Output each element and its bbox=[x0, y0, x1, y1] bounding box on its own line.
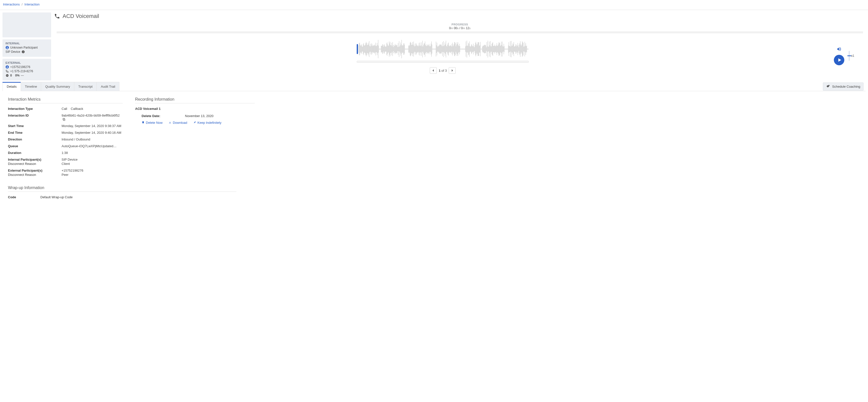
interaction-metrics-title: Interaction Metrics bbox=[8, 97, 123, 103]
delete-now-label: Delete Now bbox=[146, 121, 162, 125]
metrics-id-value: 9ab46b61-4a2d-420b-bb59-8efff9cb6f52 bbox=[62, 113, 120, 117]
person-icon bbox=[5, 46, 9, 49]
tab-audit-trail[interactable]: Audit Trail bbox=[96, 82, 119, 91]
metrics-end-label: End Time bbox=[8, 131, 62, 134]
trash-icon bbox=[142, 121, 145, 125]
keep-label: Keep Indefinitely bbox=[197, 121, 221, 125]
pagination: 1 of 3 bbox=[430, 67, 456, 74]
metrics-external-label: External Participant(s) bbox=[8, 169, 42, 172]
internal-device-text: SIP Device bbox=[5, 50, 20, 54]
tabs: Details Timeline Quality Summary Transcr… bbox=[2, 82, 119, 91]
metrics-duration-label: Duration bbox=[8, 151, 62, 155]
delete-now-button[interactable]: Delete Now bbox=[142, 121, 162, 125]
metrics-type-value: Call Callback bbox=[62, 107, 83, 110]
recording-delete-value: November 13, 2020 bbox=[185, 114, 213, 118]
metrics-internal-value: SIP Device bbox=[62, 158, 78, 161]
phone-handset-icon bbox=[5, 69, 9, 73]
volume-icon[interactable] bbox=[837, 46, 842, 52]
recording-name: ACD Voicemail 1 bbox=[135, 107, 255, 110]
speed-slider-knob[interactable] bbox=[847, 56, 851, 56]
pager-of: of bbox=[441, 69, 444, 72]
svg-point-351 bbox=[829, 85, 829, 85]
metrics-start-value: Monday, September 14, 2020 9:38:37 AM bbox=[62, 124, 121, 128]
keep-indefinitely-button[interactable]: Keep Indefinitely bbox=[193, 121, 221, 125]
metrics-internal-sublabel: Disconnect Reason bbox=[8, 162, 62, 166]
download-label: Download bbox=[173, 121, 187, 125]
info-icon[interactable] bbox=[22, 50, 25, 54]
download-icon bbox=[168, 121, 172, 125]
progress-bar[interactable] bbox=[57, 31, 863, 33]
tab-quality-summary[interactable]: Quality Summary bbox=[41, 82, 74, 91]
download-button[interactable]: Download bbox=[168, 121, 187, 125]
metrics-external-sublabel: Disconnect Reason bbox=[8, 173, 62, 177]
svg-rect-8 bbox=[6, 75, 8, 75]
phone-icon bbox=[54, 13, 60, 19]
metrics-internal-label: Internal Participant(s) bbox=[8, 158, 41, 161]
play-button[interactable] bbox=[834, 55, 844, 65]
metrics-direction-label: Direction bbox=[8, 137, 62, 141]
page-title-row: ACD Voicemail bbox=[54, 12, 866, 22]
svg-point-354 bbox=[828, 86, 828, 87]
pager-next-button[interactable] bbox=[449, 67, 456, 74]
metrics-external-value: +15752198276 bbox=[62, 169, 83, 172]
wrapup-code-value: Default Wrap-up Code bbox=[40, 195, 72, 199]
waveform[interactable] bbox=[357, 38, 529, 63]
internal-participant-name: Unknown Participant bbox=[10, 46, 38, 49]
recording-info-title: Recording Information bbox=[135, 97, 255, 103]
metrics-queue-label: Queue bbox=[8, 144, 62, 148]
participant-card-external: EXTERNAL +15752198276 +1 575-219-8276 bbox=[2, 59, 51, 80]
breadcrumb-current[interactable]: Interaction bbox=[25, 2, 40, 6]
external-phone-raw: +15752198276 bbox=[10, 65, 30, 69]
schedule-coaching-button[interactable]: Schedule Coaching bbox=[823, 82, 864, 91]
pager-total: 3 bbox=[445, 69, 447, 72]
breadcrumb-parent[interactable]: Interactions bbox=[3, 2, 20, 6]
metrics-id-label: Interaction ID bbox=[8, 113, 62, 117]
pager-prev-button[interactable] bbox=[430, 67, 437, 74]
external-stat-pct: 0% bbox=[15, 74, 20, 77]
schedule-coaching-label: Schedule Coaching bbox=[832, 85, 860, 89]
progress-time: 0m 00s / 0m 12s bbox=[57, 26, 863, 30]
pager-page: 1 bbox=[439, 69, 440, 72]
wrapup-title: Wrap-up Information bbox=[8, 186, 236, 192]
svg-rect-3 bbox=[23, 52, 24, 53]
tab-transcript[interactable]: Transcript bbox=[74, 82, 97, 91]
unit-m: m bbox=[451, 27, 453, 30]
progress-label: PROGRESS bbox=[57, 23, 863, 26]
progress-tot-sec: 12 bbox=[466, 26, 469, 30]
recording-delete-label: Delete Date: bbox=[135, 114, 185, 118]
metrics-external-subvalue: Peer bbox=[62, 173, 83, 177]
minus-circle-icon bbox=[5, 74, 9, 77]
participant-card-internal: INTERNAL Unknown Participant SIP Device bbox=[2, 39, 51, 57]
waveform-scrollbar[interactable] bbox=[357, 61, 529, 63]
breadcrumb-separator: / bbox=[22, 2, 23, 6]
metrics-direction-value: Inbound / Outbound bbox=[62, 137, 90, 141]
speed-control[interactable]: x1 bbox=[849, 51, 854, 61]
internal-header: INTERNAL bbox=[5, 42, 48, 45]
metrics-duration-value: 1:38 bbox=[62, 151, 68, 155]
svg-rect-9 bbox=[357, 44, 358, 54]
tab-details[interactable]: Details bbox=[2, 82, 21, 91]
copy-icon[interactable] bbox=[62, 118, 66, 121]
metrics-end-value: Monday, September 14, 2020 9:40:16 AM bbox=[62, 131, 121, 134]
participant-card-blank bbox=[2, 12, 51, 37]
external-stat-trend: — bbox=[21, 74, 24, 77]
unit-m2: m bbox=[463, 27, 465, 30]
tab-timeline[interactable]: Timeline bbox=[21, 82, 41, 91]
page-title: ACD Voicemail bbox=[63, 13, 99, 20]
svg-rect-356 bbox=[63, 118, 64, 120]
speed-slider[interactable] bbox=[849, 51, 849, 61]
progress-cur-sec: 00 bbox=[454, 26, 457, 30]
metrics-type-label: Interaction Type bbox=[8, 107, 62, 110]
progress-sep: / bbox=[459, 26, 461, 30]
svg-point-1 bbox=[7, 46, 8, 47]
wrapup-code-label: Code bbox=[8, 195, 40, 199]
whistle-icon bbox=[826, 84, 830, 89]
external-stat-count: 0 bbox=[10, 74, 12, 77]
external-phone-fmt: +1 575-219-8276 bbox=[10, 69, 33, 73]
speed-label: x1 bbox=[851, 54, 854, 58]
person-icon bbox=[5, 65, 9, 69]
unit-s: s bbox=[457, 27, 459, 30]
metrics-queue-value: AutoQueue-iOQ7LwXPjMtcUpdated… bbox=[62, 144, 116, 148]
breadcrumb: Interactions / Interaction bbox=[0, 0, 868, 9]
svg-point-352 bbox=[829, 85, 830, 85]
